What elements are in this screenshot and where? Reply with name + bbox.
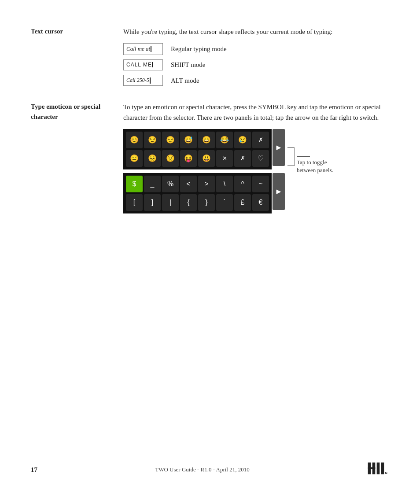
key-expressionless[interactable]: 😑: [126, 150, 143, 167]
panel2-row2: [ ] | { } ` £ €: [126, 194, 269, 211]
key-laugh[interactable]: 😂: [216, 132, 233, 148]
svg-rect-2: [368, 467, 376, 469]
svg-text:TM: TM: [385, 472, 387, 475]
logo-svg: TM: [367, 462, 389, 475]
text-cursor-alt: [150, 77, 151, 84]
annotation-line1: [287, 147, 295, 148]
key-backslash[interactable]: \: [216, 176, 233, 192]
key-percent[interactable]: %: [162, 176, 179, 192]
regular-mode-row: Call me at Regular typing mode: [123, 43, 389, 55]
key-caret[interactable]: ^: [234, 176, 251, 192]
key-dollar[interactable]: $: [126, 176, 143, 192]
key-sweat[interactable]: 😅: [180, 132, 197, 148]
emoticon-content: To type an emoticon or special character…: [123, 102, 389, 213]
panel1-row2: 😑 😣 😟 😝 😃 ✕ ✗ ♡: [126, 150, 269, 167]
shift-mode-box: CALL ME: [123, 59, 163, 70]
key-pipe[interactable]: |: [162, 194, 179, 211]
text-cursor-label: Text cursor: [31, 26, 123, 86]
vert-line: [295, 148, 295, 166]
key-smile[interactable]: 😊: [126, 132, 143, 148]
text-cursor-intro: While you're typing, the text cursor sha…: [123, 26, 389, 37]
annotation-area: [287, 129, 295, 166]
key-rbracket[interactable]: ]: [144, 194, 161, 211]
key-big-grin[interactable]: 😃: [198, 150, 215, 167]
footer: 17 TWO User Guide - R1.0 - April 21, 201…: [31, 453, 389, 478]
panel2: $ _ % < > \ ^ ~ [: [123, 173, 272, 213]
key-rcurly[interactable]: }: [198, 194, 215, 211]
text-cursor-regular: [151, 46, 151, 52]
connector-line2: [287, 166, 295, 166]
key-heart[interactable]: ♡: [252, 150, 269, 167]
tap-to-toggle-text: Tap to togglebetween panels.: [297, 159, 333, 173]
shift-mode-label: SHIFT mode: [171, 59, 205, 70]
key-backtick[interactable]: `: [216, 194, 233, 211]
svg-rect-3: [377, 463, 380, 475]
panel2-arrow[interactable]: ►: [273, 173, 285, 210]
panel2-row1: $ _ % < > \ ^ ~: [126, 176, 269, 192]
panel1-row1: 😊 😒 😌 😅 😄 😂 😢 ✗: [126, 132, 269, 148]
panel1-container: 😊 😒 😌 😅 😄 😂 😢 ✗: [123, 129, 285, 169]
connector-line1: [287, 147, 295, 148]
regular-mode-text: Call me at: [126, 44, 150, 54]
svg-rect-4: [381, 463, 384, 475]
panel1: 😊 😒 😌 😅 😄 😂 😢 ✗: [123, 129, 272, 169]
emoticon-section: Type emoticon or special character To ty…: [31, 102, 389, 213]
alt-mode-text: Call 250-5: [126, 76, 149, 85]
brand-logo: TM: [367, 462, 389, 478]
horiz-line-to-text: [297, 156, 310, 157]
alt-mode-label: ALT mode: [171, 75, 199, 86]
key-meh[interactable]: 😒: [144, 132, 161, 148]
key-x[interactable]: ✗: [252, 132, 269, 148]
page-number: 17: [31, 466, 37, 474]
key-lcurly[interactable]: {: [180, 194, 197, 211]
emoticon-label: Type emoticon or special character: [31, 102, 123, 213]
annotation-text-block: Tap to togglebetween panels.: [297, 156, 333, 174]
annotation-line2: [287, 166, 295, 166]
key-euro[interactable]: €: [252, 194, 269, 211]
regular-mode-label: Regular typing mode: [171, 44, 227, 54]
key-lbracket[interactable]: [: [126, 194, 143, 211]
emoticon-description: To type an emoticon or special character…: [123, 102, 389, 123]
key-grin[interactable]: 😄: [198, 132, 215, 148]
page: Text cursor While you're typing, the tex…: [0, 0, 420, 504]
text-cursor-content: While you're typing, the text cursor sha…: [123, 26, 389, 86]
panel1-arrow[interactable]: ►: [273, 129, 285, 166]
key-content[interactable]: 😌: [162, 132, 179, 148]
text-cursor-shift: [152, 62, 153, 67]
cursor-examples: Call me at Regular typing mode CALL ME S…: [123, 43, 389, 86]
keyboard-panels: 😊 😒 😌 😅 😄 😂 😢 ✗: [123, 129, 285, 213]
key-stuck-out[interactable]: 😝: [180, 150, 197, 167]
alt-mode-row: Call 250-5 ALT mode: [123, 75, 389, 86]
key-tilde[interactable]: ~: [252, 176, 269, 192]
content-area: Text cursor While you're typing, the tex…: [31, 26, 389, 453]
key-greater[interactable]: >: [198, 176, 215, 192]
panel2-container: $ _ % < > \ ^ ~ [: [123, 173, 285, 213]
keyboard-annotation-wrapper: 😊 😒 😌 😅 😄 😂 😢 ✗: [123, 129, 389, 213]
emoticon-label-text: Type emoticon or special character: [31, 103, 100, 120]
shift-mode-text: CALL ME: [126, 61, 152, 69]
alt-mode-box: Call 250-5: [123, 75, 163, 86]
key-dash[interactable]: ✕: [216, 150, 233, 167]
key-worried[interactable]: 😟: [162, 150, 179, 167]
annotation-text: Tap to togglebetween panels.: [297, 158, 333, 174]
key-confounded[interactable]: 😣: [144, 150, 161, 167]
key-cry[interactable]: 😢: [234, 132, 251, 148]
key-pound[interactable]: £: [234, 194, 251, 211]
text-cursor-section: Text cursor While you're typing, the tex…: [31, 26, 389, 86]
shift-mode-row: CALL ME SHIFT mode: [123, 59, 389, 70]
key-less[interactable]: <: [180, 176, 197, 192]
footer-center-text: TWO User Guide - R1.0 - April 21, 2010: [155, 466, 249, 473]
key-cross[interactable]: ✗: [234, 150, 251, 167]
key-underscore[interactable]: _: [144, 176, 161, 192]
regular-mode-box: Call me at: [123, 43, 163, 55]
